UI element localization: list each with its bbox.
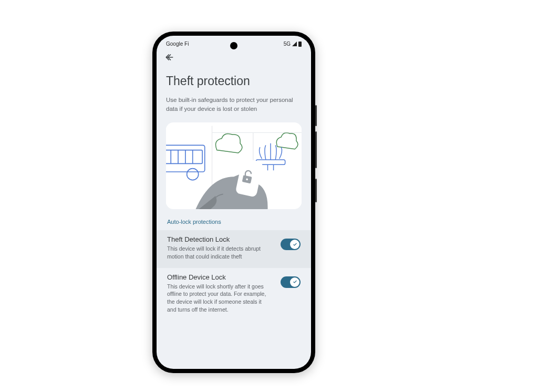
main-content: Theft protection Use built-in safeguards… (157, 63, 311, 369)
setting-title: Theft Detection Lock (167, 235, 275, 243)
setting-theft-detection-lock[interactable]: Theft Detection Lock This device will lo… (157, 230, 311, 267)
app-nav-bar (157, 49, 311, 63)
phone-frame: Google Fi 5G Theft protection Use built-… (152, 32, 315, 373)
front-camera (230, 42, 237, 49)
theft-illustration (166, 122, 302, 209)
page-subtitle: Use built-in safeguards to protect your … (166, 96, 297, 113)
back-button[interactable] (164, 52, 174, 63)
phone-screen: Google Fi 5G Theft protection Use built-… (157, 36, 311, 369)
carrier-label: Google Fi (166, 41, 189, 47)
network-label: 5G (284, 41, 291, 47)
setting-desc: This device will lock if it detects abru… (167, 245, 270, 260)
signal-icon (292, 42, 297, 46)
toggle-knob (290, 240, 299, 249)
check-icon (293, 242, 297, 247)
battery-icon (298, 42, 302, 47)
setting-offline-device-lock[interactable]: Offline Device Lock This device will loc… (166, 268, 302, 321)
page-title: Theft protection (166, 74, 302, 88)
side-button (315, 131, 317, 168)
setting-text: Theft Detection Lock This device will lo… (167, 235, 275, 260)
setting-title: Offline Device Lock (167, 273, 275, 281)
section-label: Auto-lock protections (166, 215, 302, 230)
toggle-switch[interactable] (281, 239, 301, 250)
toggle-switch[interactable] (281, 276, 301, 288)
side-button (315, 105, 317, 126)
arrow-left-icon (164, 52, 174, 63)
check-icon (293, 280, 297, 284)
side-button (315, 179, 317, 202)
setting-desc: This device will lock shortly after it g… (167, 283, 270, 314)
status-right: 5G (284, 41, 302, 47)
setting-text: Offline Device Lock This device will loc… (167, 273, 275, 314)
toggle-knob (290, 277, 299, 287)
